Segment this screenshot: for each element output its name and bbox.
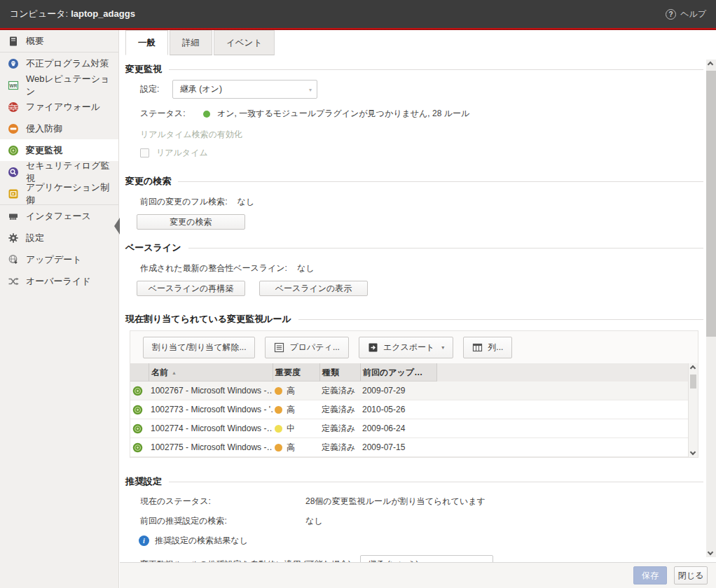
severity-label: 高 <box>287 404 295 416</box>
column-header-last-update[interactable]: 前回のアップ… <box>360 363 436 382</box>
table-scrollbar-thumb[interactable] <box>690 374 696 388</box>
table-row[interactable]: 1002767 - Microsoft Windows -… 高 定義済み 20… <box>130 382 688 400</box>
realtime-enable-label: リアルタイム検索の有効化 <box>140 129 242 141</box>
sidebar-item-integrity-monitoring[interactable]: 変更監視 <box>0 139 118 161</box>
table-row[interactable]: 1002773 - Microsoft Windows - '… 高 定義済み … <box>130 400 688 419</box>
tab-bar: 一般 詳細 イベント <box>125 30 276 55</box>
sidebar-item-overrides[interactable]: オーバーライド <box>0 270 118 292</box>
scan-for-changes-button[interactable]: 変更の検索 <box>137 214 245 230</box>
sidebar-item-label: 変更監視 <box>26 144 62 157</box>
sidebar-item-anti-malware[interactable]: 不正プログラム対策 <box>0 52 118 74</box>
help-button[interactable]: ? ヘルプ <box>666 8 706 20</box>
sidebar-item-log-inspection[interactable]: セキュリティログ監視 <box>0 161 118 183</box>
gear-icon <box>7 232 19 244</box>
sidebar-item-updates[interactable]: アップデート <box>0 248 118 270</box>
table-row[interactable]: 1002774 - Microsoft Windows -… 中 定義済み 20… <box>130 419 688 438</box>
last-baseline-row: 作成された最新の整合性ベースライン: なし <box>140 262 706 274</box>
last-scan-row: 前回の変更のフル検索: なし <box>140 196 706 208</box>
columns-button[interactable]: 列... <box>463 337 512 358</box>
sort-ascending-icon: ▲ <box>172 370 177 375</box>
properties-button[interactable]: プロパティ... <box>265 337 348 358</box>
svg-text:WR: WR <box>9 83 17 88</box>
chevron-down-icon: ▾ <box>309 87 312 93</box>
column-header-severity[interactable]: 重要度 <box>273 363 319 382</box>
sidebar-item-web-reputation[interactable]: WR Webレピュテーション <box>0 74 118 96</box>
severity-label: 高 <box>287 385 295 397</box>
computer-details-window: コンピュータ:laptop_adaggs ? ヘルプ 概要 不正プログラム対策 … <box>0 0 716 588</box>
rec-last-scan-value: なし <box>305 515 323 527</box>
section-recommendations: 推奨設定 <box>125 475 703 488</box>
sidebar-item-label: Webレピュテーション <box>26 73 118 98</box>
header-filler <box>436 363 688 382</box>
export-label: エクスポート <box>383 342 434 354</box>
rec-info-row: i 推奨設定の検索結果なし <box>139 535 706 547</box>
main-scrollbar[interactable] <box>706 59 716 557</box>
scroll-up-icon[interactable] <box>708 62 713 67</box>
page-title: コンピュータ:laptop_adaggs <box>10 8 135 20</box>
firewall-icon <box>7 101 19 113</box>
help-label: ヘルプ <box>680 8 706 20</box>
last-scan-label: 前回の変更のフル検索: <box>140 196 227 208</box>
section-rule <box>298 319 703 320</box>
rebuild-baseline-button[interactable]: ベースラインの再構築 <box>137 281 245 296</box>
table-scrollbar[interactable] <box>688 363 698 457</box>
rec-info-text: 推奨設定の検索結果なし <box>155 535 248 547</box>
assign-unassign-label: 割り当て/割り当て解除... <box>152 342 246 354</box>
tab-general[interactable]: 一般 <box>125 30 168 55</box>
columns-icon <box>472 342 483 353</box>
tab-events[interactable]: イベント <box>214 30 275 55</box>
column-header-type[interactable]: 種類 <box>319 363 360 382</box>
main-scrollbar-thumb[interactable] <box>706 71 716 337</box>
scroll-up-icon[interactable] <box>690 365 696 371</box>
section-rule <box>169 482 703 482</box>
sidebar-item-intrusion-prevention[interactable]: 侵入防御 <box>0 118 118 139</box>
header-label: 前回のアップ… <box>363 367 422 379</box>
sidebar-item-overview[interactable]: 概要 <box>0 30 118 52</box>
last-baseline-label: 作成された最新の整合性ベースライン: <box>140 262 287 274</box>
sidebar-item-settings[interactable]: 設定 <box>0 227 118 248</box>
tab-details[interactable]: 詳細 <box>170 30 212 55</box>
export-icon <box>368 342 378 353</box>
auto-apply-row: 変更監視ルールの推奨設定を自動的に適用 (可能な場合): 継承 (いいえ) ▾ <box>140 555 706 562</box>
rule-icon <box>132 424 143 434</box>
rule-icon <box>132 405 143 415</box>
rule-name: 1002773 - Microsoft Windows - '… <box>149 405 273 414</box>
realtime-enable-row: リアルタイム検索の有効化 <box>140 129 706 141</box>
sidebar-item-interfaces[interactable]: インタフェース <box>0 205 118 227</box>
sidebar-item-label: オーバーライド <box>26 275 91 288</box>
integrity-config-select[interactable]: 継承 (オン) ▾ <box>172 80 317 99</box>
rule-name: 1002767 - Microsoft Windows -… <box>149 386 273 396</box>
section-assigned-rules: 現在割り当てられている変更監視ルール <box>125 313 703 326</box>
section-rule <box>178 181 703 182</box>
table-row[interactable]: 1002775 - Microsoft Windows -… 高 定義済み 20… <box>130 438 688 457</box>
web-reputation-icon: WR <box>7 79 19 91</box>
auto-apply-select[interactable]: 継承 (いいえ) ▾ <box>360 555 493 562</box>
view-baseline-button[interactable]: ベースラインの表示 <box>259 281 368 296</box>
sidebar-item-application-control[interactable]: アプリケーション制御 <box>0 183 118 204</box>
severity-dot <box>275 387 282 395</box>
log-inspection-icon <box>7 166 19 178</box>
current-status-label: 現在のステータス: <box>140 496 305 507</box>
realtime-checkbox[interactable] <box>140 148 149 158</box>
rules-table-header: 名前 ▲ 重要度 種類 前回のアップ… <box>130 363 688 382</box>
scroll-down-icon[interactable] <box>690 449 696 455</box>
rule-type: 定義済み <box>319 385 360 397</box>
assign-unassign-button[interactable]: 割り当て/割り当て解除... <box>143 337 255 358</box>
rule-name: 1002775 - Microsoft Windows -… <box>149 442 273 452</box>
config-row: 設定: 継承 (オン) ▾ <box>140 80 706 99</box>
page-title-label: コンピュータ: <box>10 8 68 19</box>
severity-label: 高 <box>287 442 295 454</box>
current-status-row: 現在のステータス: 28個の変更監視ルールが割り当てられています <box>140 496 706 507</box>
export-button[interactable]: エクスポート ▾ <box>359 337 453 358</box>
save-button[interactable]: 保存 <box>633 566 667 584</box>
sidebar-item-firewall[interactable]: ファイアウォール <box>0 96 118 118</box>
properties-label: プロパティ... <box>289 342 339 354</box>
help-icon: ? <box>666 9 676 20</box>
close-button[interactable]: 閉じる <box>674 566 708 584</box>
anti-malware-icon <box>7 57 19 69</box>
title-bar: コンピュータ:laptop_adaggs ? ヘルプ <box>0 0 716 28</box>
section-title: 現在割り当てられている変更監視ルール <box>125 313 291 326</box>
selected-option: 継承 (オン) <box>180 83 222 95</box>
scroll-down-icon[interactable] <box>708 550 713 555</box>
column-header-name[interactable]: 名前 ▲ <box>149 363 273 382</box>
